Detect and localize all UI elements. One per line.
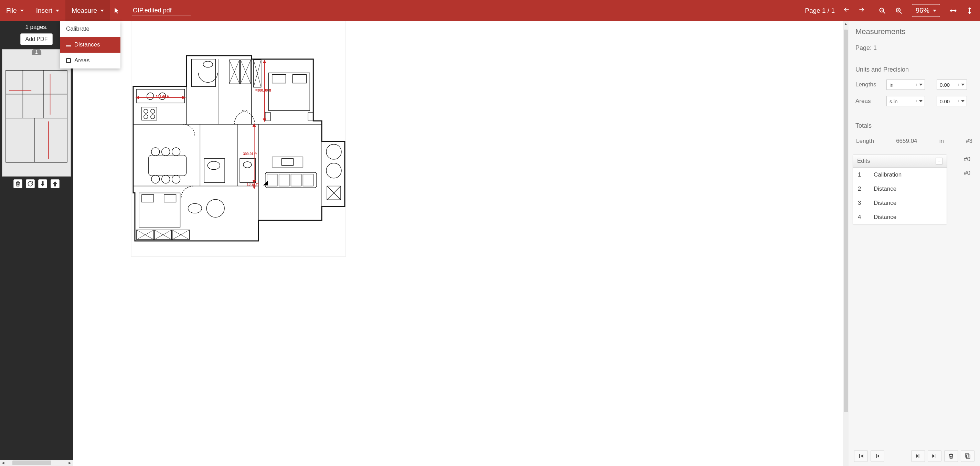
fit-height-icon bbox=[966, 7, 973, 14]
svg-rect-71 bbox=[303, 174, 313, 186]
lengths-unit-select[interactable]: in bbox=[886, 80, 925, 90]
step-back-icon bbox=[874, 453, 881, 460]
svg-rect-102 bbox=[965, 453, 969, 457]
arrow-right-icon bbox=[858, 6, 865, 13]
dropdown-calibrate[interactable]: Calibrate bbox=[60, 21, 121, 37]
svg-rect-65 bbox=[240, 159, 256, 183]
zoom-select[interactable]: 96% bbox=[912, 4, 940, 17]
rotate-page-button[interactable] bbox=[26, 179, 35, 188]
menu-measure[interactable]: Measure bbox=[65, 0, 110, 21]
scroll-handle[interactable] bbox=[844, 30, 848, 412]
page-view[interactable]: =300.00 ft 241.66 ft 300.01 ft 13.26 ft bbox=[131, 21, 346, 257]
fit-width-icon bbox=[950, 7, 956, 14]
fit-width-button[interactable] bbox=[950, 7, 956, 14]
duplicate-edit-button[interactable] bbox=[961, 450, 975, 462]
svg-line-1 bbox=[883, 11, 885, 13]
svg-marker-100 bbox=[253, 186, 256, 189]
edit-row[interactable]: 2 Distance bbox=[853, 182, 947, 196]
fit-height-button[interactable] bbox=[966, 7, 973, 14]
dimension-label: 13.26 ft bbox=[247, 183, 258, 186]
dropdown-distances-label: Distances bbox=[74, 41, 100, 48]
collapse-edits-button[interactable]: − bbox=[935, 157, 942, 164]
edits-list: 1 Calibration 2 Distance 3 Distance 4 Di… bbox=[853, 168, 947, 224]
scroll-handle[interactable] bbox=[13, 461, 51, 465]
svg-point-61 bbox=[162, 175, 170, 183]
scroll-left-icon[interactable]: ◄ bbox=[0, 461, 6, 465]
svg-marker-94 bbox=[182, 96, 186, 99]
edit-row[interactable]: 3 Distance bbox=[853, 196, 947, 210]
move-up-button[interactable] bbox=[51, 179, 59, 188]
edit-row[interactable]: 1 Calibration bbox=[853, 168, 947, 182]
scroll-right-icon[interactable]: ► bbox=[67, 461, 73, 465]
menu-insert[interactable]: Insert bbox=[30, 0, 66, 21]
svg-point-43 bbox=[151, 109, 155, 113]
edit-row[interactable]: 4 Distance bbox=[853, 210, 947, 224]
delete-edit-button[interactable] bbox=[944, 450, 958, 462]
areas-label: Areas bbox=[856, 98, 886, 105]
svg-rect-46 bbox=[269, 73, 310, 111]
svg-point-39 bbox=[147, 92, 154, 99]
caret-down-icon bbox=[56, 10, 59, 12]
thumbnail-art bbox=[2, 49, 70, 176]
dimension-label: =300.00 ft bbox=[255, 89, 271, 92]
arrow-left-icon bbox=[843, 6, 850, 13]
dropdown-areas[interactable]: Areas bbox=[60, 52, 121, 68]
svg-point-52 bbox=[326, 163, 341, 178]
square-icon bbox=[66, 58, 71, 63]
measure-dropdown: Calibrate Distances Areas bbox=[60, 21, 121, 68]
svg-point-64 bbox=[207, 161, 220, 170]
zoom-in-button[interactable] bbox=[895, 7, 902, 14]
svg-rect-73 bbox=[282, 159, 294, 165]
svg-marker-96 bbox=[253, 123, 256, 127]
canvas-area: =300.00 ft 241.66 ft 300.01 ft 13.26 ft … bbox=[73, 21, 848, 466]
svg-marker-74 bbox=[263, 181, 268, 186]
svg-marker-93 bbox=[135, 96, 139, 99]
edits-nav bbox=[853, 448, 976, 464]
add-pdf-button[interactable]: Add PDF bbox=[20, 33, 53, 45]
edit-label: Calibration bbox=[874, 172, 902, 178]
zoom-out-button[interactable] bbox=[879, 7, 886, 14]
panel-page-label: Page: 1 bbox=[856, 45, 973, 52]
last-edit-button[interactable] bbox=[928, 450, 942, 462]
thumb-scrollbar[interactable]: ◄ ► bbox=[0, 460, 73, 466]
edit-number: 1 bbox=[858, 172, 874, 178]
next-page-button[interactable] bbox=[858, 6, 865, 15]
edit-number: 2 bbox=[858, 186, 874, 192]
delete-page-button[interactable] bbox=[13, 179, 22, 188]
scroll-up-icon[interactable]: ▲ bbox=[843, 21, 848, 27]
prev-edit-button[interactable] bbox=[870, 450, 885, 462]
prev-page-button[interactable] bbox=[843, 6, 850, 15]
rotate-icon bbox=[27, 180, 34, 187]
filename-input[interactable]: OIP.edited.pdf bbox=[132, 5, 191, 16]
cursor-icon bbox=[113, 7, 121, 14]
filename-text: OIP.edited.pdf bbox=[133, 7, 172, 14]
caret-down-icon bbox=[916, 100, 924, 102]
dropdown-areas-label: Areas bbox=[74, 57, 89, 64]
svg-point-79 bbox=[188, 204, 202, 213]
svg-rect-49 bbox=[265, 112, 270, 121]
top-toolbar: File Insert Measure OIP.edited.pdf Page … bbox=[0, 0, 980, 21]
dropdown-distances[interactable]: Distances bbox=[60, 37, 121, 52]
svg-point-45 bbox=[151, 115, 155, 119]
areas-unit-select[interactable]: s.in bbox=[886, 96, 925, 107]
pointer-tool[interactable] bbox=[110, 7, 124, 14]
svg-rect-50 bbox=[308, 112, 313, 121]
totals-length-row: Length 6659.04 in #3 bbox=[856, 135, 973, 146]
caret-down-icon bbox=[933, 10, 936, 12]
svg-rect-41 bbox=[142, 107, 157, 120]
svg-point-66 bbox=[243, 162, 251, 168]
move-down-button[interactable] bbox=[38, 179, 47, 188]
zoom-out-icon bbox=[879, 7, 886, 14]
totals-length-label: Length bbox=[856, 138, 874, 145]
canvas-scrollbar[interactable]: ▲ bbox=[843, 21, 848, 466]
next-edit-button[interactable] bbox=[911, 450, 925, 462]
lengths-precision-select[interactable]: 0.00 bbox=[937, 80, 967, 90]
trash-icon bbox=[948, 453, 955, 460]
units-section-title: Units and Precision bbox=[856, 66, 973, 73]
areas-precision-select[interactable]: 0.00 bbox=[937, 96, 967, 107]
menu-file[interactable]: File bbox=[0, 0, 30, 21]
thumbnail-pane: 1 pages. Add PDF 1 bbox=[0, 21, 73, 466]
first-edit-button[interactable] bbox=[854, 450, 868, 462]
caret-down-icon bbox=[916, 84, 924, 86]
caret-down-icon bbox=[958, 84, 967, 86]
